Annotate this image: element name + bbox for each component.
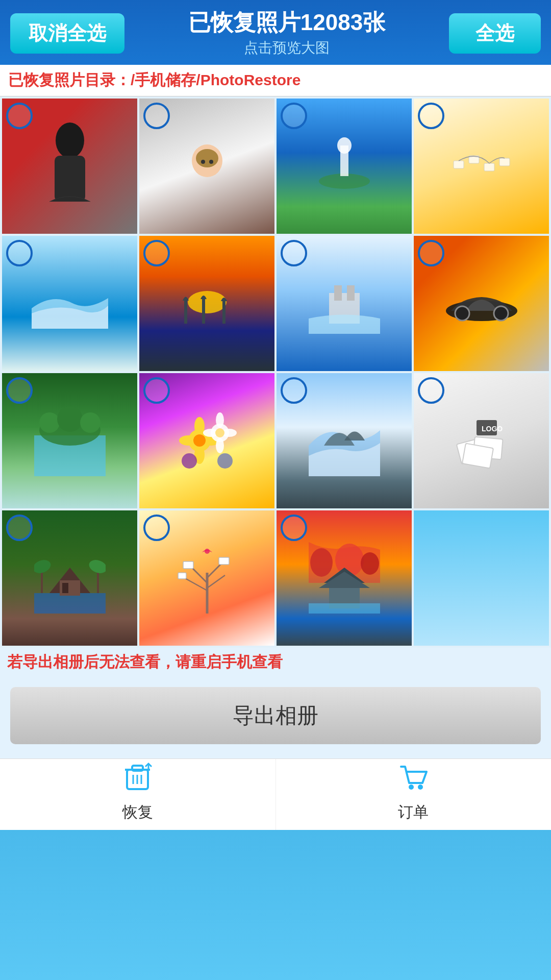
photo-overlay-4 xyxy=(414,99,549,234)
svg-point-63 xyxy=(310,548,333,577)
restore-nav-label: 恢复 xyxy=(122,802,153,823)
photo-item-10[interactable] xyxy=(139,373,274,508)
order-nav-label: 订单 xyxy=(398,802,429,823)
svg-rect-1 xyxy=(55,156,85,202)
bottom-nav: 恢复 订单 xyxy=(0,758,551,830)
directory-path: 已恢复照片目录：/手机储存/PhotoRestore xyxy=(8,71,300,88)
photo-overlay-11 xyxy=(277,373,412,508)
photo-overlay-13 xyxy=(2,510,137,646)
photo-overlay-9 xyxy=(2,373,137,508)
svg-rect-16 xyxy=(222,299,226,324)
svg-point-13 xyxy=(188,291,227,313)
photo-item-15[interactable] xyxy=(277,510,412,646)
lake-landscape-icon xyxy=(34,405,106,476)
svg-point-8 xyxy=(337,137,352,154)
svg-text:LOGO: LOGO xyxy=(482,425,503,433)
svg-point-5 xyxy=(209,160,213,164)
mountain-water-icon xyxy=(309,405,380,476)
girl-silhouette-icon xyxy=(39,120,101,212)
photo-item-8[interactable] xyxy=(414,236,549,371)
svg-rect-70 xyxy=(132,766,143,771)
svg-point-35 xyxy=(216,412,224,428)
svg-point-62 xyxy=(205,549,210,554)
photo-count-title: 已恢复照片12083张 xyxy=(130,9,444,36)
photo-item-4[interactable] xyxy=(414,99,549,234)
svg-point-22 xyxy=(494,306,508,321)
flowers-icon xyxy=(174,405,240,476)
tower-icon xyxy=(314,135,375,197)
svg-point-40 xyxy=(182,453,197,469)
svg-rect-18 xyxy=(334,285,342,301)
svg-rect-47 xyxy=(34,593,106,614)
photo-overlay-5 xyxy=(2,236,137,371)
ice-landscape-icon xyxy=(32,278,108,329)
baby-icon xyxy=(182,140,233,191)
svg-rect-60 xyxy=(219,557,229,565)
svg-rect-61 xyxy=(178,573,186,579)
export-album-button[interactable]: 导出相册 xyxy=(10,687,541,744)
svg-point-41 xyxy=(217,453,233,469)
photo-item-12[interactable]: LOGO xyxy=(414,373,549,508)
svg-point-33 xyxy=(193,434,206,447)
svg-rect-11 xyxy=(484,163,494,171)
photo-item-6[interactable] xyxy=(139,236,274,371)
photo-item-1[interactable] xyxy=(2,99,137,234)
svg-rect-12 xyxy=(499,158,510,166)
photo-overlay-3 xyxy=(277,99,412,234)
svg-point-27 xyxy=(80,412,101,433)
svg-rect-9 xyxy=(454,161,464,168)
svg-point-26 xyxy=(57,406,83,432)
svg-rect-59 xyxy=(183,561,193,569)
svg-rect-15 xyxy=(202,297,205,324)
directory-bar: 已恢复照片目录：/手机储存/PhotoRestore xyxy=(0,65,551,96)
photo-overlay-10 xyxy=(139,373,274,508)
nav-item-order[interactable]: 订单 xyxy=(276,759,552,830)
castle-lake-icon xyxy=(309,273,380,334)
photo-item-11[interactable] xyxy=(277,373,412,508)
nav-item-restore[interactable]: 恢复 xyxy=(0,759,276,830)
deselect-all-button[interactable]: 取消全选 xyxy=(10,13,124,54)
photo-item-13[interactable] xyxy=(2,510,137,646)
wall-decor-icon xyxy=(448,145,515,186)
autumn-temple-icon xyxy=(309,542,380,614)
photo-item-7[interactable] xyxy=(277,236,412,371)
svg-line-58 xyxy=(207,575,225,588)
photo-overlay-15 xyxy=(277,510,412,646)
svg-point-53 xyxy=(87,558,105,576)
svg-rect-67 xyxy=(309,603,380,614)
svg-rect-49 xyxy=(62,583,68,593)
sports-car-icon xyxy=(441,283,522,324)
svg-point-25 xyxy=(39,412,60,433)
svg-rect-14 xyxy=(184,298,187,324)
svg-point-39 xyxy=(215,428,224,437)
svg-point-4 xyxy=(201,160,205,164)
photo-item-3[interactable] xyxy=(277,99,412,234)
export-section: 导出相册 xyxy=(0,677,551,758)
svg-point-75 xyxy=(409,785,414,790)
photo-item-5[interactable] xyxy=(2,236,137,371)
select-all-button[interactable]: 全选 xyxy=(449,13,541,54)
photo-item-empty xyxy=(414,510,549,646)
photo-overlay-2 xyxy=(139,99,274,234)
tropical-hut-icon xyxy=(34,542,106,614)
svg-point-51 xyxy=(34,558,53,576)
svg-point-21 xyxy=(455,306,469,321)
warning-bar: 若导出相册后无法查看，请重启手机查看 xyxy=(0,648,551,677)
svg-point-29 xyxy=(194,417,205,435)
order-icon xyxy=(397,761,430,799)
photo-item-2[interactable] xyxy=(139,99,274,234)
svg-point-65 xyxy=(361,552,379,575)
header-subtitle: 点击预览大图 xyxy=(130,38,444,58)
scattered-photos-icon: LOGO xyxy=(448,410,515,471)
photo-overlay-6 xyxy=(139,236,274,371)
app-header: 取消全选 已恢复照片12083张 点击预览大图 全选 xyxy=(0,0,551,65)
svg-point-3 xyxy=(196,149,218,167)
wall-art-icon xyxy=(174,542,240,614)
svg-rect-44 xyxy=(462,444,493,469)
photo-item-14[interactable] xyxy=(139,510,274,646)
photo-grid: LOGO xyxy=(0,96,551,648)
photo-item-9[interactable] xyxy=(2,373,137,508)
header-center: 已恢复照片12083张 点击预览大图 xyxy=(124,9,449,58)
svg-rect-19 xyxy=(347,285,355,301)
svg-point-76 xyxy=(418,785,423,790)
